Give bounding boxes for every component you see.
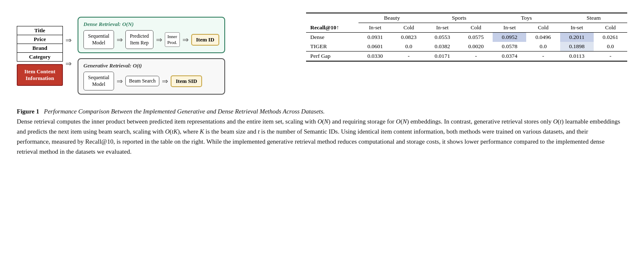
table-row: Brand — [17, 44, 63, 52]
gen-arrow-2: ⇒ — [162, 77, 168, 85]
results-table: Recall@10↑ Beauty Sports Toys Steam In-s… — [306, 13, 627, 62]
dense-steam-inset: 0.2011 — [560, 33, 594, 42]
tiger-sports-inset: 0.0382 — [426, 42, 459, 52]
table-row: Category — [17, 52, 63, 61]
sports-cold-header: Cold — [459, 23, 493, 33]
table-row: Price — [17, 35, 63, 44]
item-content-box: Item ContentInformation — [17, 64, 63, 86]
toys-cold-header: Cold — [526, 23, 560, 33]
perf-gap-sports-cold: - — [459, 52, 493, 62]
tiger-label: TIGER — [306, 42, 358, 52]
dense-steam-cold: 0.0261 — [594, 33, 627, 42]
figure-label: Figure 1 — [17, 108, 39, 115]
sports-header: Sports — [426, 13, 493, 23]
item-table-group: Title Price Brand Category Item ContentI… — [17, 26, 63, 86]
generative-retrieval-box: Generative Retrieval: O(t) SequentialMod… — [78, 58, 225, 95]
tiger-beauty-inset: 0.0601 — [358, 42, 392, 52]
beauty-cold-header: Cold — [392, 23, 426, 33]
header-group-row: Recall@10↑ Beauty Sports Toys Steam — [306, 13, 627, 23]
tiger-steam-cold: 0.0 — [594, 42, 627, 52]
generative-retrieval-title: Generative Retrieval: O(t) — [83, 62, 219, 69]
tiger-toys-inset: 0.0578 — [493, 42, 526, 52]
dense-retrieval-inner: SequentialModel ⇒ PredictedItem Rep ⇒ In… — [83, 30, 219, 49]
caption-body: Dense retrieval computes the inner produ… — [17, 118, 620, 155]
perf-gap-steam-inset: 0.0113 — [560, 52, 594, 62]
table-row: Title — [17, 26, 63, 35]
perf-gap-steam-cold: - — [594, 52, 627, 62]
arrow-to-generative: ⇒ — [65, 60, 72, 67]
beam-search-box: Beam Search — [125, 76, 160, 86]
arrows-col: ⇒ ⇒ — [65, 36, 72, 67]
recall-header: Recall@10↑ — [306, 13, 358, 33]
steam-header: Steam — [560, 13, 627, 23]
figure-title: Performance Comparison Between the Imple… — [44, 108, 325, 115]
tiger-row: TIGER 0.0601 0.0 0.0382 0.0020 0.0578 0.… — [306, 42, 627, 52]
item-attribute-table: Title Price Brand Category — [17, 26, 63, 62]
dense-retrieval-title: Dense Retrieval: O(N) — [83, 21, 219, 28]
dense-arrow-1: ⇒ — [117, 36, 123, 44]
toys-header: Toys — [493, 13, 560, 23]
dense-arrow-3: ⇒ — [182, 36, 189, 44]
dense-sports-inset: 0.0553 — [426, 33, 459, 42]
data-table-section: Recall@10↑ Beauty Sports Toys Steam In-s… — [306, 13, 627, 95]
tiger-beauty-cold: 0.0 — [392, 42, 426, 52]
item-sid-box: Item SID — [171, 75, 202, 87]
perf-gap-sports-inset: 0.0171 — [426, 52, 459, 62]
item-id-box: Item ID — [191, 34, 220, 46]
dense-label: Dense — [306, 33, 358, 42]
brand-cell: Brand — [17, 44, 63, 52]
dense-beauty-cold: 0.0823 — [392, 33, 426, 42]
perf-gap-row: Perf Gap 0.0330 - 0.0171 - 0.0374 - 0.01… — [306, 52, 627, 62]
dense-beauty-inset: 0.0931 — [358, 33, 392, 42]
generative-retrieval-inner: SequentialModel ⇒ Beam Search ⇒ Item SID — [83, 72, 219, 90]
gen-seq-model-box: SequentialModel — [83, 72, 114, 90]
tiger-steam-inset: 0.1898 — [560, 42, 594, 52]
steam-cold-header: Cold — [594, 23, 627, 33]
perf-gap-toys-cold: - — [526, 52, 560, 62]
diagram-inner: Title Price Brand Category Item ContentI… — [17, 17, 293, 95]
dense-sports-cold: 0.0575 — [459, 33, 493, 42]
diagram: Title Price Brand Category Item ContentI… — [17, 13, 293, 95]
pred-item-rep-box: PredictedItem Rep — [125, 30, 153, 49]
dense-toys-cold: 0.0496 — [526, 33, 560, 42]
perf-gap-beauty-cold: - — [392, 52, 426, 62]
beauty-inset-header: In-set — [358, 23, 392, 33]
gen-arrow-1: ⇒ — [117, 77, 123, 85]
toys-inset-header: In-set — [493, 23, 526, 33]
perf-gap-toys-inset: 0.0374 — [493, 52, 526, 62]
tiger-toys-cold: 0.0 — [526, 42, 560, 52]
dense-retrieval-box: Dense Retrieval: O(N) SequentialModel ⇒ … — [78, 17, 225, 53]
dense-toys-inset: 0.0952 — [493, 33, 526, 42]
arrow-to-dense: ⇒ — [65, 36, 72, 44]
inner-prod-box: InnerProd. — [165, 32, 180, 46]
title-cell: Title — [17, 26, 63, 35]
retrieval-column: Dense Retrieval: O(N) SequentialModel ⇒ … — [78, 17, 225, 95]
dense-arrow-2: ⇒ — [156, 36, 162, 44]
sports-inset-header: In-set — [426, 23, 459, 33]
top-section: Title Price Brand Category Item ContentI… — [17, 13, 627, 95]
figure-caption: Figure 1 Performance Comparison Between … — [17, 106, 621, 157]
price-cell: Price — [17, 35, 63, 44]
dense-seq-model-box: SequentialModel — [83, 30, 114, 49]
beauty-header: Beauty — [358, 13, 426, 23]
dense-row: Dense 0.0931 0.0823 0.0553 0.0575 0.0952… — [306, 33, 627, 42]
perf-gap-label: Perf Gap — [306, 52, 358, 62]
category-cell: Category — [17, 52, 63, 61]
tiger-sports-cold: 0.0020 — [459, 42, 493, 52]
perf-gap-beauty-inset: 0.0330 — [358, 52, 392, 62]
steam-inset-header: In-set — [560, 23, 594, 33]
